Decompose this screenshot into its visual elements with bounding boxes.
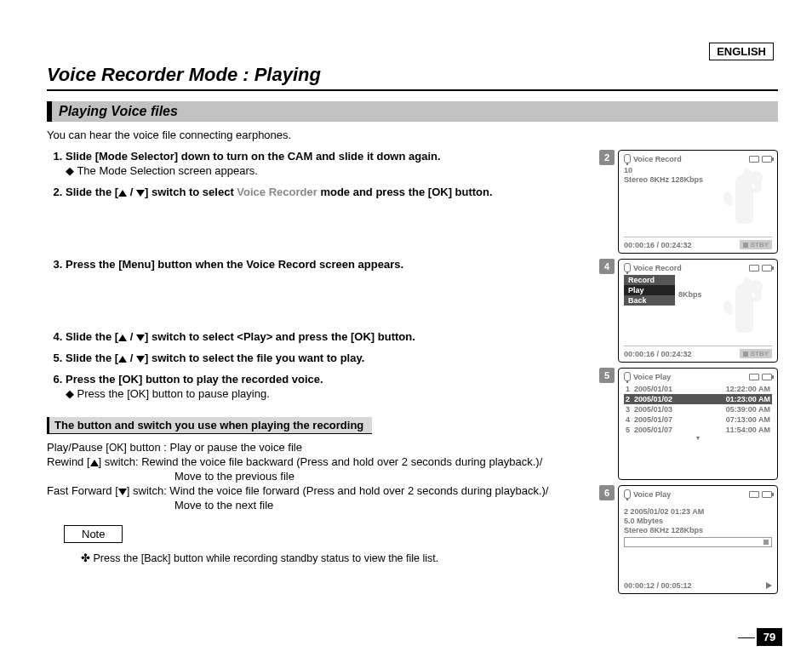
stop-icon xyxy=(763,540,769,545)
intro-text: You can hear the voice file connecting e… xyxy=(47,129,778,141)
battery-icon xyxy=(762,156,772,163)
step-5: Slide the [ / ] switch to select the fil… xyxy=(66,352,586,364)
screen-4: 4 Voice Record Record Play Bac xyxy=(599,259,778,363)
battery-icon xyxy=(762,374,772,380)
page-title: Voice Recorder Mode : Playing xyxy=(47,64,778,91)
screen-5: 5 Voice Play 1 2005/01/0112:22:00 AM 2 2… xyxy=(599,368,778,480)
language-badge: ENGLISH xyxy=(709,43,774,60)
mic-icon xyxy=(624,263,631,272)
battery-icon xyxy=(762,491,772,498)
up-icon xyxy=(118,334,127,341)
play-icon xyxy=(766,582,772,589)
step-1: Slide [Mode Selector] down to turn on th… xyxy=(66,150,586,177)
section-title: Playing Voice files xyxy=(47,101,778,122)
up-icon xyxy=(118,190,127,197)
controls-heading: The button and switch you use when playi… xyxy=(47,417,372,434)
note-text: ✤ Press the [Back] button while recordin… xyxy=(81,552,586,564)
screen-2: 2 Voice Record 10 Stereo 8KHz 128Kbps 00… xyxy=(599,150,778,254)
mic-icon xyxy=(624,489,631,499)
up-icon xyxy=(118,356,127,363)
control-rewind-line2: Move to the previous file xyxy=(174,470,586,483)
control-ff-line2: Move to the next file xyxy=(174,499,586,512)
control-rewind: Rewind [] switch: Rewind the voice file … xyxy=(47,455,586,468)
step-2: Slide the [ / ] switch to select Voice R… xyxy=(66,186,586,198)
progress-bar xyxy=(624,537,772,547)
note-label: Note xyxy=(64,525,123,543)
down-icon xyxy=(136,190,145,197)
step-3: Press the [Menu] button when the Voice R… xyxy=(66,258,586,271)
page-number: 79 xyxy=(757,628,782,646)
screen-6: 6 Voice Play 2 2005/01/02 01:23 AM 5.0 M… xyxy=(599,485,778,594)
svg-point-0 xyxy=(749,171,763,185)
mic-icon xyxy=(624,372,631,381)
battery-icon xyxy=(762,265,772,271)
mic-icon xyxy=(624,154,631,163)
control-play-pause: Play/Pause [OK] button : Play or pause t… xyxy=(47,441,586,454)
down-icon xyxy=(136,356,145,363)
card-icon xyxy=(749,491,759,498)
cactus-bg-icon xyxy=(712,166,772,234)
card-icon xyxy=(749,156,759,163)
step-tag-2: 2 xyxy=(599,150,615,165)
control-ff: Fast Forward [] switch: Wind the voice f… xyxy=(47,484,586,497)
down-icon xyxy=(118,489,127,495)
card-icon xyxy=(749,265,759,271)
step-tag-5: 5 xyxy=(599,368,615,383)
up-icon xyxy=(90,460,99,466)
menu: Record Play Back xyxy=(624,275,675,306)
scroll-down-icon: ▼ xyxy=(624,435,772,441)
step-4: Slide the [ / ] switch to select <Play> … xyxy=(66,330,586,343)
step-tag-4: 4 xyxy=(599,259,615,274)
card-icon xyxy=(749,374,759,380)
file-list: 1 2005/01/0112:22:00 AM 2 2005/01/0201:2… xyxy=(624,384,772,441)
step-6: Press the [OK] button to play the record… xyxy=(66,373,586,400)
down-icon xyxy=(136,334,145,341)
step-tag-6: 6 xyxy=(599,485,615,500)
